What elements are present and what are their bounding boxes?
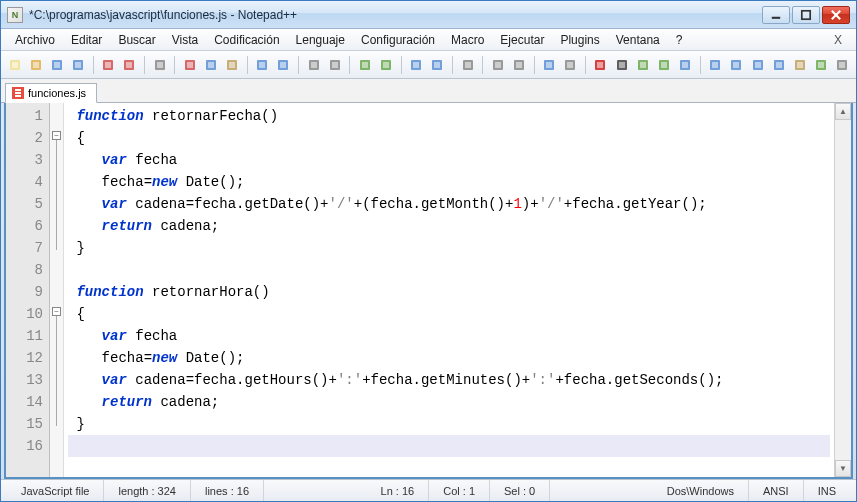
menu-ventana[interactable]: Ventana (608, 31, 668, 49)
code-line[interactable]: function retornarHora() (68, 281, 830, 303)
scroll-track[interactable] (835, 120, 851, 460)
line-number[interactable]: 8 (8, 259, 43, 281)
menu-vista[interactable]: Vista (164, 31, 206, 49)
code-line[interactable]: } (68, 413, 830, 435)
code-line[interactable] (68, 435, 830, 457)
line-number[interactable]: 1 (8, 105, 43, 127)
code-line[interactable]: { (68, 127, 830, 149)
toolbar-separator (585, 56, 586, 74)
svg-rect-37 (413, 62, 419, 68)
line-number[interactable]: 16 (8, 435, 43, 457)
line-number[interactable]: 11 (8, 325, 43, 347)
fold-toggle[interactable]: − (52, 307, 61, 316)
toolbar-separator (482, 56, 483, 74)
code-line[interactable] (68, 259, 830, 281)
code-line[interactable]: return cadena; (68, 391, 830, 413)
zoom-out-icon[interactable] (377, 55, 396, 75)
line-number-gutter[interactable]: 12345678910111213141516 (6, 103, 50, 477)
fold-toggle[interactable]: − (52, 131, 61, 140)
titlebar[interactable]: N *C:\programas\javascript\funciones.js … (1, 1, 856, 29)
code-line[interactable]: var fecha (68, 325, 830, 347)
status-col: Col : 1 (429, 480, 490, 501)
menu-archivo[interactable]: Archivo (7, 31, 63, 49)
menu-?[interactable]: ? (668, 31, 691, 49)
line-number[interactable]: 14 (8, 391, 43, 413)
file-tab[interactable]: funciones.js (5, 83, 97, 103)
play-icon[interactable] (633, 55, 652, 75)
line-number[interactable]: 12 (8, 347, 43, 369)
code-line[interactable]: { (68, 303, 830, 325)
menu-codificacin[interactable]: Codificación (206, 31, 287, 49)
code-line[interactable]: } (68, 237, 830, 259)
doc-map-icon[interactable] (790, 55, 809, 75)
sync-v-icon[interactable] (407, 55, 426, 75)
code-line[interactable]: var cadena=fecha.getDate()+'/'+(fecha.ge… (68, 193, 830, 215)
line-number[interactable]: 10 (8, 303, 43, 325)
line-number[interactable]: 13 (8, 369, 43, 391)
save-macro-icon[interactable] (676, 55, 695, 75)
code-line[interactable]: fecha=new Date(); (68, 347, 830, 369)
fold-all-icon[interactable] (727, 55, 746, 75)
menu-editar[interactable]: Editar (63, 31, 110, 49)
menu-ejecutar[interactable]: Ejecutar (492, 31, 552, 49)
open-file-icon[interactable] (26, 55, 45, 75)
line-number[interactable]: 7 (8, 237, 43, 259)
menu-buscar[interactable]: Buscar (110, 31, 163, 49)
menu-close-x[interactable]: X (826, 33, 850, 47)
line-number[interactable]: 5 (8, 193, 43, 215)
wrap-icon[interactable] (458, 55, 477, 75)
sync-h-icon[interactable] (428, 55, 447, 75)
doc-switcher-icon[interactable] (833, 55, 852, 75)
paste-icon[interactable] (223, 55, 242, 75)
code-line[interactable]: fecha=new Date(); (68, 171, 830, 193)
unfold-all-icon[interactable] (748, 55, 767, 75)
toolbar-separator (452, 56, 453, 74)
menu-plugins[interactable]: Plugins (552, 31, 607, 49)
maximize-button[interactable] (792, 6, 820, 24)
stop-icon[interactable] (612, 55, 631, 75)
line-number[interactable]: 6 (8, 215, 43, 237)
code-line[interactable]: function retornarFecha() (68, 105, 830, 127)
user-lang-icon[interactable] (561, 55, 580, 75)
save-all-icon[interactable] (69, 55, 88, 75)
close-icon[interactable] (99, 55, 118, 75)
zoom-in-icon[interactable] (355, 55, 374, 75)
function-list-icon[interactable] (706, 55, 725, 75)
lang-icon[interactable] (539, 55, 558, 75)
menu-configuracin[interactable]: Configuración (353, 31, 443, 49)
undo-icon[interactable] (253, 55, 272, 75)
scroll-up-button[interactable]: ▲ (835, 103, 851, 120)
minimize-button[interactable] (762, 6, 790, 24)
menu-lenguaje[interactable]: Lenguaje (288, 31, 353, 49)
spell-icon[interactable] (812, 55, 831, 75)
collapse-level-icon[interactable] (769, 55, 788, 75)
vertical-scrollbar[interactable]: ▲ ▼ (834, 103, 851, 477)
indent-guide-icon[interactable] (509, 55, 528, 75)
line-number[interactable]: 2 (8, 127, 43, 149)
line-number[interactable]: 3 (8, 149, 43, 171)
record-icon[interactable] (591, 55, 610, 75)
code-line[interactable]: var cadena=fecha.getHours()+':'+fecha.ge… (68, 369, 830, 391)
close-all-icon[interactable] (120, 55, 139, 75)
all-chars-icon[interactable] (488, 55, 507, 75)
line-number[interactable]: 15 (8, 413, 43, 435)
code-line[interactable]: var fecha (68, 149, 830, 171)
scroll-down-button[interactable]: ▼ (835, 460, 851, 477)
code-line[interactable]: return cadena; (68, 215, 830, 237)
save-icon[interactable] (47, 55, 66, 75)
print-icon[interactable] (150, 55, 169, 75)
cut-icon[interactable] (180, 55, 199, 75)
menu-macro[interactable]: Macro (443, 31, 492, 49)
copy-icon[interactable] (201, 55, 220, 75)
play-multi-icon[interactable] (654, 55, 673, 75)
line-number[interactable]: 9 (8, 281, 43, 303)
code-area[interactable]: function retornarFecha() { var fecha fec… (64, 103, 834, 477)
close-button[interactable] (822, 6, 850, 24)
new-file-icon[interactable] (5, 55, 24, 75)
replace-icon[interactable] (325, 55, 344, 75)
toolbar-separator (349, 56, 350, 74)
find-icon[interactable] (304, 55, 323, 75)
fold-gutter[interactable]: −− (50, 103, 64, 477)
redo-icon[interactable] (274, 55, 293, 75)
line-number[interactable]: 4 (8, 171, 43, 193)
